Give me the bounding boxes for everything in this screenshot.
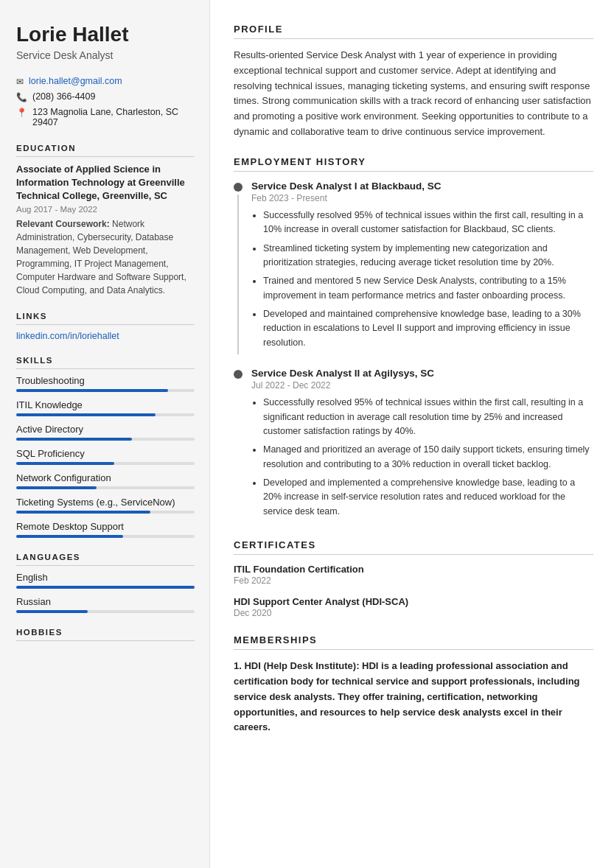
language-name: English [16, 572, 195, 583]
education-dates: Aug 2017 - May 2022 [16, 205, 195, 214]
language-item: English [16, 572, 195, 589]
skill-item: ITIL Knowledge [16, 399, 195, 416]
skill-bar-bg [16, 438, 195, 441]
phone-contact: 📞 (208) 366-4409 [16, 91, 195, 102]
cert-title: ITIL Foundation Certification [234, 564, 593, 575]
skill-bar-fill [16, 438, 132, 441]
languages-section-title: LANGUAGES [16, 553, 195, 566]
cert-date: Dec 2020 [234, 608, 593, 618]
profile-text: Results-oriented Service Desk Analyst wi… [234, 48, 593, 140]
bullet-item: Managed and prioritized an average of 15… [263, 443, 593, 472]
language-bar-fill [16, 586, 195, 589]
skill-item: Ticketing Systems (e.g., ServiceNow) [16, 497, 195, 514]
languages-list: English Russian [16, 572, 195, 613]
profile-section-title: PROFILE [234, 24, 593, 39]
skill-bar-fill [16, 486, 97, 489]
language-bar-bg [16, 610, 195, 613]
links-section-title: LINKS [16, 312, 195, 325]
linkedin-link[interactable]: linkedin.com/in/loriehallet [16, 331, 119, 341]
skill-bar-bg [16, 389, 195, 392]
employment-section-title: EMPLOYMENT HISTORY [234, 156, 593, 172]
skill-item: SQL Proficiency [16, 448, 195, 465]
phone-number: (208) 366-4409 [32, 91, 95, 102]
hobbies-section-title: HOBBIES [16, 628, 195, 641]
skill-name: Network Configuration [16, 472, 195, 483]
email-contact: ✉ lorie.hallet@gmail.com [16, 76, 195, 87]
employment-entry: Service Desk Analyst II at Agilysys, SC … [234, 368, 593, 523]
language-name: Russian [16, 596, 195, 607]
education-degree: Associate of Applied Science in Informat… [16, 163, 195, 203]
emp-content: Service Desk Analyst I at Blackbaud, SC … [251, 181, 593, 354]
emp-dates: Feb 2023 - Present [251, 193, 593, 203]
emp-title: Service Desk Analyst II at Agilysys, SC [251, 368, 593, 379]
certificates-section-title: CERTIFICATES [234, 539, 593, 555]
emp-bullets: Successfully resolved 95% of technical i… [251, 209, 593, 350]
skill-name: Active Directory [16, 424, 195, 435]
skill-name: SQL Proficiency [16, 448, 195, 459]
location-icon: 📍 [16, 108, 27, 118]
certificate-entry: HDI Support Center Analyst (HDI-SCA) Dec… [234, 596, 593, 618]
emp-dot-col [234, 181, 243, 354]
skills-section-title: SKILLS [16, 356, 195, 369]
skill-bar-fill [16, 511, 150, 514]
bullet-item: Trained and mentored 5 new Service Desk … [263, 274, 593, 303]
skill-bar-bg [16, 486, 195, 489]
skill-bar-bg [16, 413, 195, 416]
education-coursework: Relevant Coursework: Network Administrat… [16, 217, 195, 297]
emp-bullets: Successfully resolved 95% of technical i… [251, 396, 593, 519]
coursework-text: Network Administration, Cybersecurity, D… [16, 219, 186, 295]
cert-title: HDI Support Center Analyst (HDI-SCA) [234, 596, 593, 607]
skill-bar-bg [16, 535, 195, 538]
language-bar-bg [16, 586, 195, 589]
candidate-job-title: Service Desk Analyst [16, 49, 195, 61]
certificate-entry: ITIL Foundation Certification Feb 2022 [234, 564, 593, 586]
emp-line [237, 195, 239, 354]
skill-bar-fill [16, 535, 123, 538]
memberships-section-title: MEMBERSHIPS [234, 634, 593, 650]
emp-title: Service Desk Analyst I at Blackbaud, SC [251, 181, 593, 192]
skill-bar-bg [16, 462, 195, 465]
emp-content: Service Desk Analyst II at Agilysys, SC … [251, 368, 593, 523]
emp-dates: Jul 2022 - Dec 2022 [251, 380, 593, 391]
skill-bar-fill [16, 389, 168, 392]
skill-name: Remote Desktop Support [16, 521, 195, 532]
skills-list: Troubleshooting ITIL Knowledge Active Di… [16, 375, 195, 538]
bullet-item: Streamlined ticketing system by implemen… [263, 242, 593, 270]
coursework-label: Relevant Coursework: [16, 219, 110, 229]
address-text: 123 Magnolia Lane, Charleston, SC 29407 [32, 107, 195, 127]
bullet-item: Successfully resolved 95% of technical i… [263, 209, 593, 237]
main-content: PROFILE Results-oriented Service Desk An… [210, 0, 614, 868]
emp-dot [234, 183, 243, 192]
linkedin-link-item: linkedin.com/in/loriehallet [16, 331, 195, 341]
candidate-name: Lorie Hallet [16, 24, 195, 46]
phone-icon: 📞 [16, 92, 27, 102]
education-section-title: EDUCATION [16, 144, 195, 157]
language-bar-fill [16, 610, 88, 613]
bullet-item: Developed and implemented a comprehensiv… [263, 476, 593, 519]
skill-name: Ticketing Systems (e.g., ServiceNow) [16, 497, 195, 508]
contact-info: ✉ lorie.hallet@gmail.com 📞 (208) 366-440… [16, 76, 195, 127]
sidebar: Lorie Hallet Service Desk Analyst ✉ lori… [0, 0, 210, 868]
skill-item: Active Directory [16, 424, 195, 441]
skill-item: Troubleshooting [16, 375, 195, 392]
skill-name: Troubleshooting [16, 375, 195, 386]
emp-dot-col [234, 368, 243, 523]
skill-bar-fill [16, 462, 114, 465]
cert-date: Feb 2022 [234, 575, 593, 586]
bullet-item: Successfully resolved 95% of technical i… [263, 396, 593, 438]
skill-bar-bg [16, 511, 195, 514]
skill-bar-fill [16, 413, 156, 416]
certificates-list: ITIL Foundation Certification Feb 2022 H… [234, 564, 593, 618]
emp-dot [234, 370, 243, 379]
skill-item: Remote Desktop Support [16, 521, 195, 538]
bullet-item: Developed and maintained comprehensive k… [263, 307, 593, 350]
employment-entry: Service Desk Analyst I at Blackbaud, SC … [234, 181, 593, 354]
employment-list: Service Desk Analyst I at Blackbaud, SC … [234, 181, 593, 523]
email-icon: ✉ [16, 77, 24, 87]
skill-item: Network Configuration [16, 472, 195, 489]
memberships-text: 1. HDI (Help Desk Institute): HDI is a l… [234, 659, 593, 735]
skill-name: ITIL Knowledge [16, 399, 195, 410]
language-item: Russian [16, 596, 195, 613]
email-link[interactable]: lorie.hallet@gmail.com [29, 76, 122, 86]
address-contact: 📍 123 Magnolia Lane, Charleston, SC 2940… [16, 107, 195, 127]
